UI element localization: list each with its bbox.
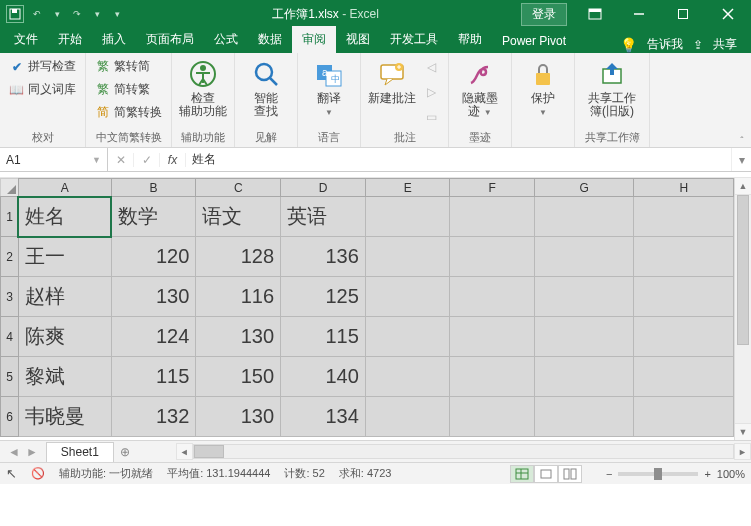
cell[interactable] [535,357,634,397]
hide-ink-button[interactable]: 隐藏墨迹 ▼ [455,56,505,128]
check-accessibility-button[interactable]: 检查辅助功能 [178,56,228,128]
maximize-button[interactable] [661,0,705,28]
tellme-label[interactable]: 告诉我 [647,36,683,53]
enter-formula-button[interactable]: ✓ [134,153,160,167]
minimize-button[interactable] [617,0,661,28]
cell[interactable] [365,397,450,437]
cell[interactable] [634,357,734,397]
redo-dropdown[interactable]: ▾ [90,5,104,23]
zoom-in-button[interactable]: + [704,468,710,480]
cell[interactable]: 赵样 [18,277,111,317]
expand-formula-bar-button[interactable]: ▾ [731,148,751,171]
simp-to-trad-button[interactable]: 繁简转繁 [92,79,165,100]
cell[interactable]: 130 [111,277,196,317]
formula-input[interactable]: 姓名 [186,148,731,171]
cell[interactable] [365,277,450,317]
col-header[interactable]: C [196,179,281,197]
hscroll-thumb[interactable] [194,445,224,458]
tab-view[interactable]: 视图 [336,26,380,53]
grid[interactable]: A B C D E F G H 1 姓名 数学 语文 英语 2 [0,178,734,440]
sheet-nav-prev[interactable]: ◄ [8,445,20,459]
namebox-dropdown-icon[interactable]: ▼ [92,155,101,165]
row-header[interactable]: 6 [1,397,19,437]
cell[interactable] [634,397,734,437]
col-header[interactable]: H [634,179,734,197]
row-header[interactable]: 2 [1,237,19,277]
tab-help[interactable]: 帮助 [448,26,492,53]
cancel-formula-button[interactable]: ✕ [108,153,134,167]
cell[interactable]: 140 [281,357,366,397]
page-layout-view-button[interactable] [534,465,558,483]
col-header[interactable]: E [365,179,450,197]
zoom-knob[interactable] [654,468,662,480]
qat-customize[interactable]: ▾ [110,5,124,23]
cell[interactable] [450,197,535,237]
zoom-out-button[interactable]: − [606,468,612,480]
cell[interactable]: 130 [196,317,281,357]
translate-button[interactable]: a中 翻译▼ [304,56,354,128]
col-header[interactable]: A [18,179,111,197]
cell[interactable]: 115 [281,317,366,357]
share-icon[interactable]: ⇪ [693,38,703,52]
redo-button[interactable]: ↷ [70,5,84,23]
tab-file[interactable]: 文件 [4,26,48,53]
cell[interactable]: 130 [196,397,281,437]
tab-powerpivot[interactable]: Power Pivot [492,29,576,53]
tab-home[interactable]: 开始 [48,26,92,53]
cell[interactable]: 125 [281,277,366,317]
cell[interactable] [450,237,535,277]
zoom-level[interactable]: 100% [717,468,745,480]
row-header[interactable]: 4 [1,317,19,357]
smart-lookup-button[interactable]: 智能查找 [241,56,291,128]
cell[interactable] [535,317,634,357]
tab-formulas[interactable]: 公式 [204,26,248,53]
sheet-nav-next[interactable]: ► [26,445,38,459]
cell[interactable] [535,197,634,237]
ribbon-display-options[interactable] [573,0,617,28]
cell[interactable]: 120 [111,237,196,277]
scroll-track[interactable] [735,195,751,423]
show-comments-button[interactable]: ▭ [421,107,442,126]
cell[interactable]: 黎斌 [18,357,111,397]
sheet-tab[interactable]: Sheet1 [46,442,114,462]
cell[interactable]: 136 [281,237,366,277]
hscroll-track[interactable] [193,444,734,459]
page-break-view-button[interactable] [558,465,582,483]
undo-button[interactable]: ↶ [30,5,44,23]
vertical-scrollbar[interactable]: ▲ ▼ [734,178,751,440]
row-header[interactable]: 1 [1,197,19,237]
new-sheet-button[interactable]: ⊕ [114,441,136,462]
share-label[interactable]: 共享 [713,36,737,53]
cell[interactable] [535,397,634,437]
col-header[interactable]: D [281,179,366,197]
tab-insert[interactable]: 插入 [92,26,136,53]
cell[interactable]: 姓名 [18,197,111,237]
cell[interactable]: 150 [196,357,281,397]
prev-comment-button[interactable]: ◁ [421,58,442,77]
collapse-ribbon-button[interactable]: ˆ [733,136,751,147]
tab-data[interactable]: 数据 [248,26,292,53]
cell[interactable] [450,317,535,357]
trad-to-simp-button[interactable]: 繁繁转简 [92,56,165,77]
select-all-button[interactable] [1,179,19,197]
cell[interactable] [535,237,634,277]
cell[interactable] [450,397,535,437]
row-header[interactable]: 5 [1,357,19,397]
scroll-left-button[interactable]: ◄ [176,443,193,460]
cell[interactable]: 115 [111,357,196,397]
scroll-right-button[interactable]: ► [734,443,751,460]
cell[interactable] [450,277,535,317]
cell[interactable]: 数学 [111,197,196,237]
undo-dropdown[interactable]: ▾ [50,5,64,23]
cell[interactable]: 132 [111,397,196,437]
next-comment-button[interactable]: ▷ [421,82,442,101]
scroll-up-button[interactable]: ▲ [735,178,751,195]
cell[interactable] [634,277,734,317]
scroll-down-button[interactable]: ▼ [735,423,751,440]
thesaurus-button[interactable]: 📖同义词库 [6,79,79,100]
cell[interactable] [535,277,634,317]
cell[interactable]: 128 [196,237,281,277]
cell[interactable]: 韦晓曼 [18,397,111,437]
cell[interactable] [365,237,450,277]
name-box[interactable]: A1 ▼ [0,148,108,171]
